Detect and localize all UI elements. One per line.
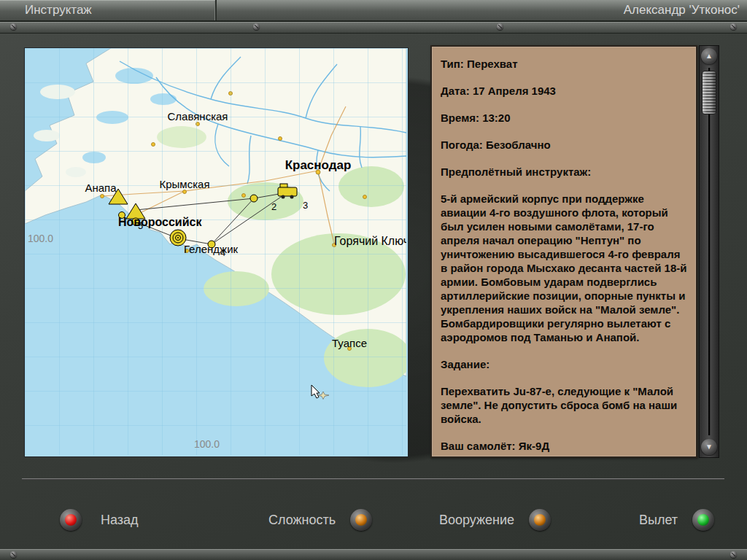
briefing-paragraph: Предполётный инструктаж:	[441, 165, 687, 179]
briefing-paragraph: Дата: 17 Апреля 1943	[441, 84, 687, 98]
screw-icon	[497, 23, 503, 30]
map-scale-left: 100.0	[28, 233, 53, 244]
waypoint-number: 2	[271, 201, 276, 212]
back-button-label: Назад	[101, 513, 139, 528]
screw-icon	[730, 551, 737, 558]
armament-button-label: Вооружение	[439, 513, 514, 528]
top-trim-strip	[0, 22, 747, 34]
difficulty-button-label: Сложность	[268, 513, 336, 528]
screen-title: Инструктаж	[0, 0, 217, 20]
fly-lamp-icon	[692, 509, 714, 531]
city-label-krasnodar: Краснодар	[285, 158, 352, 172]
map-scale-bottom: 100.0	[194, 438, 220, 450]
briefing-paragraph: Погода: Безоблачно	[441, 138, 687, 152]
briefing-paragraph: Ваш самолёт: Як-9Д	[441, 439, 687, 453]
screw-icon	[10, 551, 17, 558]
difficulty-lamp-icon	[350, 509, 372, 531]
footer-divider	[22, 478, 724, 480]
screw-icon	[730, 23, 737, 30]
briefing-paragraph: Перехватить Ju-87-е, следующие к "Малой …	[441, 384, 687, 426]
briefing-paragraph: Задание:	[441, 357, 687, 371]
briefing-text-panel: Тип: Перехват Дата: 17 Апреля 1943 Время…	[430, 45, 697, 458]
city-label-anapa: Анапа	[85, 182, 117, 194]
top-bar: Инструктаж Александр 'Утконос'	[0, 0, 747, 22]
waypoint-number: 3	[303, 200, 308, 211]
briefing-paragraph: 5-й армейский корпус при поддержке авиац…	[441, 192, 687, 344]
arrow-up-icon: ▲	[705, 52, 713, 60]
bottom-trim-strip	[0, 549, 747, 560]
pilot-name: Александр 'Утконос'	[624, 0, 740, 20]
map-canvas[interactable]: 2 3 4 5 Славянская Краснодар Крымская Ан…	[25, 48, 406, 455]
scroll-down-button[interactable]: ▼	[701, 439, 717, 455]
screw-icon	[253, 23, 260, 30]
briefing-map-panel: 2 3 4 5 Славянская Краснодар Крымская Ан…	[24, 47, 409, 457]
back-button[interactable]: Назад	[60, 509, 139, 531]
screw-icon	[10, 23, 17, 30]
briefing-paragraph: Время: 13:20	[441, 111, 687, 125]
back-lamp-icon	[60, 509, 82, 531]
city-label-novorossiysk: Новороссийск	[118, 216, 202, 228]
city-label-slavyanskaya: Славянская	[168, 110, 228, 122]
city-label-gelendzhik: Геленджик	[184, 243, 239, 255]
city-label-goryachiy-klyuch: Горячий Ключ	[334, 235, 406, 247]
city-label-krymskaya: Крымская	[159, 178, 209, 190]
armament-lamp-icon	[529, 509, 551, 531]
fly-button[interactable]: Вылет	[639, 509, 714, 531]
briefing-paragraph: Тип: Перехват	[441, 57, 687, 71]
city-label-tuapse: Туапсе	[332, 337, 367, 349]
armament-button[interactable]: Вооружение	[439, 509, 551, 531]
scroll-up-button[interactable]: ▲	[701, 48, 717, 64]
briefing-scrollbar: ▲ ▼	[699, 45, 719, 458]
arrow-down-icon: ▼	[705, 443, 713, 451]
briefing-screen: { "topbar": { "title": "Инструктаж", "pi…	[0, 0, 747, 560]
scroll-knob[interactable]	[702, 71, 716, 114]
difficulty-button[interactable]: Сложность	[268, 509, 372, 531]
fly-button-label: Вылет	[639, 513, 678, 528]
